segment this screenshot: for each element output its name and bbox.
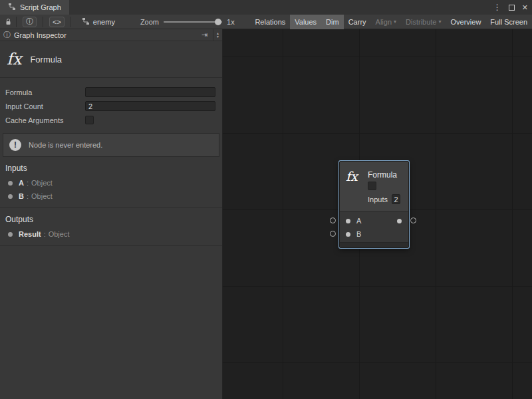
node-header: fx Formula Inputs 2 (340, 162, 408, 211)
align-label: Align (376, 18, 392, 26)
chevron-down-icon: ▾ (394, 19, 396, 25)
node-port-label: B (356, 230, 361, 238)
info-icon: ⓘ (3, 30, 11, 40)
formula-field-row: Formula (0, 85, 222, 99)
node-port-label: A (356, 217, 361, 225)
node-inputs-value[interactable]: 2 (392, 194, 400, 204)
cache-arguments-row: Cache Arguments (0, 113, 222, 127)
unity-window: Script Graph ⋮ ✕ ⓘ <> enemy Zoom 1x Rela… (0, 0, 532, 399)
input-port-dot[interactable] (346, 219, 350, 223)
formula-node[interactable]: fx Formula Inputs 2 A B (339, 161, 409, 248)
cache-arguments-checkbox[interactable] (85, 116, 94, 124)
port-type: Object (31, 179, 53, 187)
zoom-label: Zoom (140, 18, 159, 26)
input-count-field-row: Input Count (0, 99, 222, 113)
tab-bar: Script Graph ⋮ ✕ (0, 0, 532, 15)
zoom-slider-knob[interactable] (215, 19, 221, 25)
input-port-dot[interactable] (346, 232, 350, 237)
graph-asset-icon (82, 17, 90, 27)
port-type: Object (49, 230, 70, 238)
connection-pin[interactable] (410, 217, 416, 223)
divider (0, 245, 222, 246)
code-view-button[interactable]: <> (49, 17, 65, 27)
node-title: Formula (368, 170, 397, 180)
carry-button[interactable]: Carry (344, 15, 371, 29)
node-inputs-row: Inputs 2 (368, 194, 400, 204)
chevron-down-icon: ▾ (439, 19, 442, 25)
input-count-label: Input Count (5, 102, 85, 110)
node-formula-input[interactable] (368, 182, 376, 190)
spin-down-icon[interactable]: ▼ (216, 35, 219, 39)
port-name: Result (19, 230, 41, 238)
close-icon[interactable]: ✕ (522, 3, 528, 12)
values-button[interactable]: Values (290, 15, 321, 29)
toolbar-separator (43, 17, 43, 27)
tab-script-graph[interactable]: Script Graph (0, 0, 69, 15)
panel-scroll-spinner[interactable]: ▲ ▼ (213, 29, 222, 41)
input-port-a: A : Object (0, 176, 222, 190)
toolbar-button-group: Relations Values Dim Carry Align ▾ Distr… (250, 15, 532, 29)
port-separator: : (27, 192, 29, 200)
window-controls: ⋮ ✕ (493, 0, 528, 15)
toolbar-separator (16, 17, 17, 27)
distribute-dropdown[interactable]: Distribute ▾ (401, 15, 446, 29)
lock-icon[interactable] (5, 18, 12, 26)
dock-icon[interactable]: ⇥ (201, 31, 207, 39)
maximize-icon[interactable] (509, 5, 515, 11)
warning-text: Node is never entered. (29, 141, 102, 149)
script-graph-icon (8, 3, 16, 12)
port-name: A (19, 179, 24, 187)
fx-icon: fx (346, 169, 358, 184)
align-dropdown[interactable]: Align ▾ (371, 15, 401, 29)
port-dot-icon (8, 194, 13, 199)
port-type: Object (31, 192, 53, 200)
port-name: B (19, 192, 24, 200)
unit-header: fx Formula (0, 41, 222, 77)
fx-icon: fx (7, 50, 21, 68)
node-inputs-label: Inputs (368, 196, 388, 203)
inspector-header: ⓘ Graph Inspector ⇥ ▲ ▼ (0, 29, 222, 41)
distribute-label: Distribute (406, 18, 436, 26)
outputs-section-title: Outputs (0, 208, 222, 227)
info-toggle-button[interactable]: ⓘ (23, 17, 37, 27)
input-count-input[interactable] (85, 101, 215, 111)
node-port-b: B (340, 227, 408, 241)
formula-input[interactable] (85, 87, 215, 97)
port-separator: : (27, 179, 29, 187)
relations-button[interactable]: Relations (250, 15, 290, 29)
graph-canvas[interactable]: fx Formula Inputs 2 A B (223, 29, 532, 399)
graph-name: enemy (93, 18, 115, 26)
tab-title: Script Graph (20, 3, 61, 11)
connection-pin[interactable] (330, 217, 336, 223)
zoom-value: 1x (227, 18, 235, 26)
cache-arguments-label: Cache Arguments (5, 116, 85, 124)
graph-inspector-panel: ⓘ Graph Inspector ⇥ ▲ ▼ fx Formula Formu… (0, 29, 223, 399)
kebab-menu-icon[interactable]: ⋮ (493, 3, 501, 12)
port-separator: : (44, 230, 46, 238)
unit-title: Formula (30, 55, 62, 65)
port-dot-icon (8, 232, 13, 237)
formula-label: Formula (5, 88, 85, 96)
output-port-dot[interactable] (397, 219, 402, 223)
toolbar-separator (70, 17, 71, 27)
zoom-slider[interactable] (164, 21, 222, 23)
input-port-b: B : Object (0, 190, 222, 203)
node-ports: A B (340, 211, 408, 242)
port-dot-icon (8, 181, 13, 186)
inspector-title: Graph Inspector (14, 31, 201, 39)
output-port-result: Result : Object (0, 227, 222, 241)
warning-icon: ! (9, 139, 21, 151)
connection-pin[interactable] (330, 231, 336, 237)
graph-breadcrumb[interactable]: enemy (82, 17, 115, 27)
inspector-form: Formula Input Count Cache Arguments (0, 78, 222, 127)
inputs-section-title: Inputs (0, 157, 222, 176)
graph-toolbar: ⓘ <> enemy Zoom 1x Relations Values Dim … (0, 15, 532, 29)
node-footer (340, 242, 408, 247)
fullscreen-button[interactable]: Full Screen (485, 15, 532, 29)
overview-button[interactable]: Overview (446, 15, 486, 29)
warning-box: ! Node is never entered. (3, 133, 219, 157)
dim-button[interactable]: Dim (321, 15, 344, 29)
